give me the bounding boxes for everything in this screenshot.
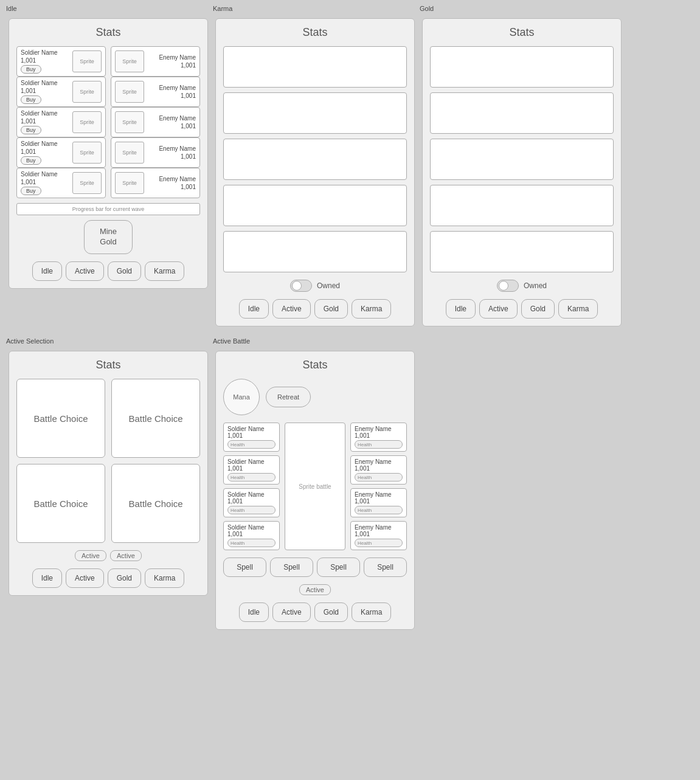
soldier-value-4: 1,001: [21, 179, 69, 185]
battle-enemy-card-0: Enemy Name 1,001 Health: [350, 423, 407, 452]
battle-enemy-card-1: Enemy Name 1,001 Health: [350, 455, 407, 485]
soldier-info-2: Soldier Name 1,001 Buy: [21, 110, 69, 134]
karma-nav-idle[interactable]: Idle: [239, 299, 269, 319]
battle-nav-idle[interactable]: Idle: [239, 602, 269, 622]
battle-soldier-health-2: Health: [227, 506, 275, 514]
battle-nav-karma[interactable]: Karma: [352, 602, 391, 622]
battle-enemy-card-2: Enemy Name 1,001 Health: [350, 488, 407, 517]
karma-label: Karma: [212, 5, 418, 15]
karma-owned-label: Owned: [317, 281, 340, 290]
mana-circle: Mana: [223, 379, 260, 415]
enemy-sprite-2: Sprite: [115, 111, 144, 133]
enemy-value-3: 1,001: [148, 153, 196, 160]
gold-nav-karma[interactable]: Karma: [558, 299, 598, 319]
karma-owned-toggle[interactable]: [290, 280, 312, 292]
gold-nav-gold[interactable]: Gold: [521, 299, 555, 319]
battle-nav-active[interactable]: Active: [272, 602, 311, 622]
battle-enemy-value-1: 1,001: [355, 465, 403, 472]
battle-soldier-card-3: Soldier Name 1,001 Health: [223, 521, 280, 550]
idle-nav-idle[interactable]: Idle: [32, 261, 62, 281]
battle-choice-card-1[interactable]: Battle Choice: [111, 379, 200, 458]
karma-item-1: [223, 92, 407, 134]
battle-soldier-value-0: 1,001: [227, 432, 275, 439]
spell-row: SpellSpellSpellSpell: [223, 557, 407, 577]
gold-panel-title: Stats: [430, 26, 614, 39]
enemy-sprite-4: Sprite: [115, 172, 144, 194]
karma-panel-title: Stats: [223, 26, 407, 39]
spell-button-3[interactable]: Spell: [364, 557, 407, 577]
enemy-name-3: Enemy Name: [148, 145, 196, 152]
battle-enemy-value-0: 1,001: [355, 432, 403, 439]
enemy-value-0: 1,001: [148, 62, 196, 69]
retreat-button[interactable]: Retreat: [266, 387, 311, 407]
battle-choice-card-3[interactable]: Battle Choice: [111, 464, 200, 543]
buy-button-0[interactable]: Buy: [21, 65, 41, 74]
active-battle-section: Stats Mana Retreat Soldier Name 1,001 He…: [212, 347, 418, 633]
buy-button-3[interactable]: Buy: [21, 156, 41, 165]
active-battle-nav: Idle Active Gold Karma: [223, 602, 407, 622]
battle-soldier-value-1: 1,001: [227, 465, 275, 472]
battle-enemy-name-2: Enemy Name: [355, 491, 403, 498]
soldier-name-2: Soldier Name: [21, 110, 69, 117]
battle-enemies-column: Enemy Name 1,001 Health Enemy Name 1,001…: [350, 423, 407, 550]
idle-nav-gold[interactable]: Gold: [108, 261, 141, 281]
idle-label: Idle: [5, 5, 212, 15]
active-sel-nav-gold[interactable]: Gold: [108, 568, 141, 588]
idle-nav-active[interactable]: Active: [66, 261, 104, 281]
karma-item-2: [223, 139, 407, 180]
soldier-info-0: Soldier Name 1,001 Buy: [21, 49, 69, 74]
gold-nav-idle[interactable]: Idle: [446, 299, 476, 319]
battle-soldier-card-0: Soldier Name 1,001 Health: [223, 423, 280, 452]
spell-button-1[interactable]: Spell: [270, 557, 313, 577]
soldier-info-1: Soldier Name 1,001 Buy: [21, 80, 69, 104]
enemy-info-2: Enemy Name 1,001: [148, 115, 196, 129]
battle-choice-card-0[interactable]: Battle Choice: [16, 379, 105, 458]
gold-toggle-knob: [499, 281, 508, 291]
gold-item-3: [430, 185, 614, 226]
karma-toggle-knob: [292, 281, 302, 291]
enemy-card-2: Sprite Enemy Name 1,001: [111, 107, 200, 137]
active-selection-active-labels: Active Active: [16, 550, 200, 561]
battle-soldier-value-3: 1,001: [227, 531, 275, 537]
karma-nav-gold[interactable]: Gold: [314, 299, 348, 319]
battle-enemy-name-3: Enemy Name: [355, 524, 403, 531]
enemy-sprite-0: Sprite: [115, 50, 144, 72]
active-sel-nav-idle[interactable]: Idle: [32, 568, 62, 588]
karma-nav-karma[interactable]: Karma: [352, 299, 391, 319]
active-selection-panel: Stats Battle ChoiceBattle ChoiceBattle C…: [9, 351, 208, 596]
idle-section: Stats Soldier Name 1,001 Buy Sprite Spri…: [5, 15, 212, 330]
idle-nav-karma[interactable]: Karma: [145, 261, 184, 281]
enemy-name-1: Enemy Name: [148, 85, 196, 91]
active-selection-nav: Idle Active Gold Karma: [16, 568, 200, 588]
soldier-card-0: Soldier Name 1,001 Buy Sprite: [16, 46, 106, 77]
buy-button-2[interactable]: Buy: [21, 126, 41, 134]
spell-button-2[interactable]: Spell: [317, 557, 360, 577]
soldier-sprite-1: Sprite: [72, 81, 102, 103]
soldier-value-2: 1,001: [21, 118, 69, 125]
spell-button-0[interactable]: Spell: [223, 557, 266, 577]
active-sel-nav-karma[interactable]: Karma: [145, 568, 184, 588]
enemy-value-2: 1,001: [148, 123, 196, 129]
battle-enemy-health-0: Health: [355, 440, 403, 449]
mine-gold-button[interactable]: MineGold: [84, 220, 133, 254]
battle-nav-gold[interactable]: Gold: [314, 602, 348, 622]
gold-owned-toggle[interactable]: [497, 280, 519, 292]
battle-soldier-card-1: Soldier Name 1,001 Health: [223, 455, 280, 485]
soldier-sprite-3: Sprite: [72, 142, 102, 164]
gold-nav-active[interactable]: Active: [479, 299, 518, 319]
battle-choice-card-2[interactable]: Battle Choice: [16, 464, 105, 543]
karma-nav-active[interactable]: Active: [272, 299, 311, 319]
soldier-sprite-2: Sprite: [72, 111, 102, 133]
active-label-1: Active: [75, 550, 106, 561]
active-sel-nav-active[interactable]: Active: [66, 568, 104, 588]
soldier-enemy-row-1: Soldier Name 1,001 Buy Sprite Sprite Ene…: [16, 77, 200, 107]
gold-item-4: [430, 231, 614, 272]
buy-button-1[interactable]: Buy: [21, 95, 41, 104]
mine-gold-wrapper: MineGold: [16, 220, 200, 254]
active-battle-label: Active Battle: [212, 337, 418, 347]
battle-enemy-value-2: 1,001: [355, 498, 403, 505]
soldier-sprite-4: Sprite: [72, 172, 102, 194]
buy-button-4[interactable]: Buy: [21, 187, 41, 195]
enemy-name-4: Enemy Name: [148, 176, 196, 182]
enemy-value-1: 1,001: [148, 92, 196, 99]
